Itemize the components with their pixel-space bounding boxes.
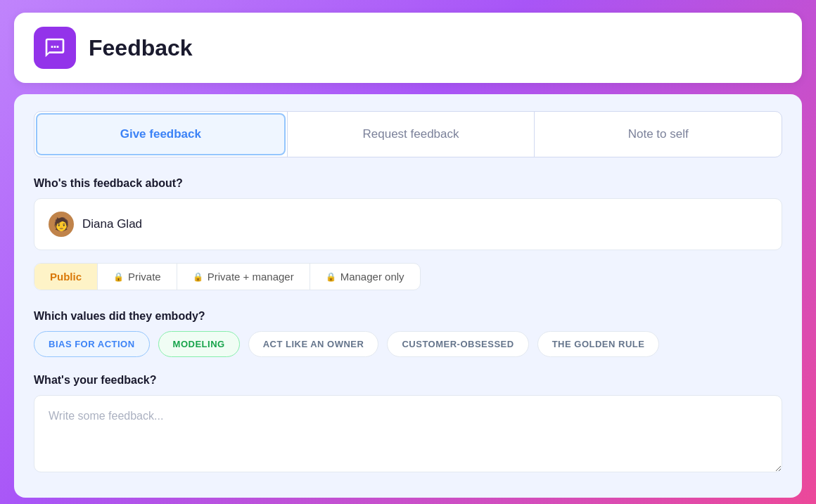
chip-bias-for-action[interactable]: BIAS FOR ACTION — [34, 331, 150, 357]
lock-icon-private-manager: 🔒 — [193, 272, 203, 282]
values-chips: BIAS FOR ACTION MODELING ACT LIKE AN OWN… — [34, 331, 782, 357]
lock-icon-private: 🔒 — [113, 272, 124, 282]
recipient-name: Diana Glad — [82, 217, 142, 231]
chip-golden-rule[interactable]: THE GOLDEN RULE — [537, 331, 660, 357]
feedback-icon — [44, 37, 66, 59]
public-label: Public — [50, 271, 82, 283]
private-label: Private — [128, 271, 161, 283]
lock-icon-manager-only: 🔒 — [326, 272, 336, 282]
feedback-question: What's your feedback? — [34, 374, 782, 387]
avatar: 🧑 — [49, 212, 74, 237]
tab-give-feedback[interactable]: Give feedback — [36, 113, 286, 155]
main-content: Give feedback Request feedback Note to s… — [14, 94, 802, 498]
chip-customer-obsessed[interactable]: CUSTOMER-OBSESSED — [387, 331, 528, 357]
header-card: Feedback — [14, 13, 802, 83]
visibility-public[interactable]: Public — [34, 264, 97, 290]
tab-request-feedback[interactable]: Request feedback — [287, 112, 535, 157]
values-section: Which values did they embody? BIAS FOR A… — [34, 310, 782, 357]
visibility-options: Public 🔒 Private 🔒 Private + manager 🔒 M… — [34, 263, 421, 290]
page-title: Feedback — [89, 35, 193, 61]
visibility-manager-only[interactable]: 🔒 Manager only — [310, 264, 420, 290]
visibility-private-manager[interactable]: 🔒 Private + manager — [177, 264, 310, 290]
recipient-question: Who's this feedback about? — [34, 177, 782, 190]
recipient-field[interactable]: 🧑 Diana Glad — [34, 198, 782, 250]
feedback-textarea[interactable] — [34, 395, 782, 472]
feedback-section: What's your feedback? — [34, 374, 782, 475]
tab-note-to-self[interactable]: Note to self — [534, 112, 782, 157]
tab-bar: Give feedback Request feedback Note to s… — [34, 111, 782, 157]
visibility-private[interactable]: 🔒 Private — [97, 264, 177, 290]
values-question: Which values did they embody? — [34, 310, 782, 323]
app-icon — [34, 27, 76, 69]
chip-act-like-owner[interactable]: ACT LIKE AN OWNER — [248, 331, 379, 357]
chip-modeling[interactable]: MODELING — [158, 331, 240, 357]
manager-only-label: Manager only — [340, 271, 404, 283]
private-manager-label: Private + manager — [208, 271, 294, 283]
